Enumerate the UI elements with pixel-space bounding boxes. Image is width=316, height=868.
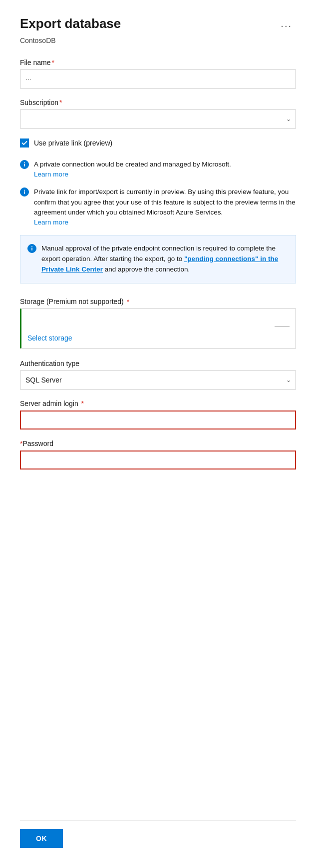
export-database-panel: Export database ··· ContosoDB File name*… — [0, 0, 316, 868]
storage-dash — [275, 326, 290, 327]
private-link-checkbox[interactable] — [20, 138, 29, 148]
file-name-label: File name* — [20, 58, 296, 66]
info-link-1[interactable]: Learn more — [34, 170, 231, 178]
svg-point-2 — [24, 162, 25, 164]
info-block-2: Private link for import/export is curren… — [20, 187, 296, 226]
svg-rect-7 — [31, 248, 32, 251]
server-login-label: Server admin login * — [20, 400, 296, 408]
private-link-label: Use private link (preview) — [34, 139, 112, 147]
auth-type-select-wrapper: SQL Server Azure Active Directory ⌄ — [20, 370, 296, 390]
svg-point-8 — [31, 246, 32, 248]
notice-info-icon — [27, 244, 36, 275]
storage-required: * — [125, 298, 129, 306]
panel-header: Export database ··· — [20, 16, 296, 34]
svg-rect-1 — [24, 164, 25, 167]
panel-title: Export database — [20, 16, 121, 32]
dots-menu[interactable]: ··· — [277, 18, 296, 34]
subscription-select[interactable] — [20, 110, 296, 128]
spacer — [20, 480, 296, 800]
server-login-required: * — [79, 400, 84, 408]
svg-point-5 — [24, 190, 25, 191]
auth-type-label: Authentication type — [20, 360, 296, 368]
subscription-label: Subscription* — [20, 98, 296, 106]
select-storage-link[interactable]: Select storage — [27, 334, 290, 342]
info-block-1: A private connection would be created an… — [20, 160, 296, 178]
storage-label: Storage (Premium not supported) * — [20, 298, 296, 306]
footer: OK — [20, 820, 296, 848]
info-text-1: A private connection would be created an… — [34, 160, 231, 178]
subscription-required: * — [59, 98, 62, 106]
subscription-select-wrapper: ⌄ — [20, 110, 296, 128]
info-text-2: Private link for import/export is curren… — [34, 187, 296, 226]
password-section: *Password — [20, 440, 296, 470]
server-login-section: Server admin login * — [20, 400, 296, 430]
auth-type-select[interactable]: SQL Server Azure Active Directory — [20, 370, 296, 390]
file-name-input[interactable] — [20, 70, 296, 88]
info-icon-2 — [20, 188, 29, 226]
ok-button[interactable]: OK — [20, 829, 63, 848]
private-link-row[interactable]: Use private link (preview) — [20, 138, 296, 148]
password-label: *Password — [20, 440, 296, 448]
file-name-section: File name* — [20, 58, 296, 88]
password-input[interactable] — [20, 450, 296, 470]
storage-box: Select storage — [20, 308, 296, 348]
storage-section: Storage (Premium not supported) * Select… — [20, 298, 296, 348]
svg-rect-4 — [24, 192, 25, 194]
auth-type-section: Authentication type SQL Server Azure Act… — [20, 360, 296, 390]
info-icon-1 — [20, 160, 29, 178]
subscription-section: Subscription* ⌄ — [20, 98, 296, 128]
notice-text: Manual approval of the private endpoint … — [41, 244, 288, 275]
file-name-required: * — [51, 58, 54, 66]
notice-box: Manual approval of the private endpoint … — [20, 235, 296, 284]
server-login-input[interactable] — [20, 410, 296, 430]
info-link-2[interactable]: Learn more — [34, 218, 296, 226]
panel-subtitle: ContosoDB — [20, 36, 296, 44]
